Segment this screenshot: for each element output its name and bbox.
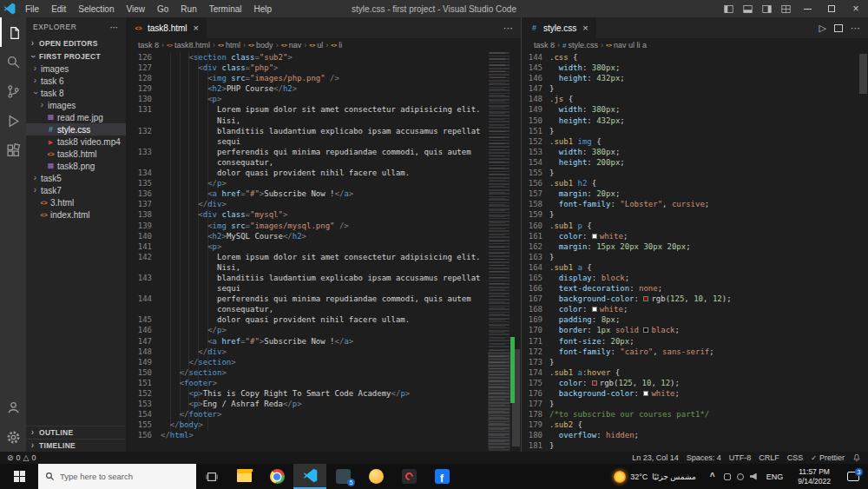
menu-go[interactable]: Go: [151, 4, 174, 14]
tree-item-task8-html[interactable]: <>task8.html: [26, 148, 126, 160]
status-prettier[interactable]: ✓Prettier: [811, 453, 845, 462]
minimap[interactable]: [488, 52, 510, 452]
menu-edit[interactable]: Edit: [45, 4, 72, 14]
code-line-content: color: rgb(125, 10, 12);: [549, 378, 680, 388]
line-number: 165: [522, 273, 542, 283]
file-explorer-icon[interactable]: [227, 464, 260, 489]
breadcrumb-item-task-8[interactable]: task 8: [534, 41, 555, 50]
code-line-content: width: 380px;: [549, 63, 620, 73]
app-icon-with-badge[interactable]: 5: [326, 464, 359, 489]
facebook-icon[interactable]: f: [425, 464, 458, 489]
acrobat-icon[interactable]: [392, 464, 425, 489]
action-center-icon[interactable]: 3: [847, 472, 859, 481]
source-control-icon[interactable]: [0, 76, 26, 106]
more-actions-icon[interactable]: ⋯: [503, 23, 513, 34]
chevron-right-icon: ›: [29, 428, 36, 437]
run-icon[interactable]: ▷: [819, 23, 826, 34]
scrollbar-vertical[interactable]: [858, 52, 868, 452]
tree-item-images[interactable]: ›images: [26, 99, 126, 111]
tray-app-icon[interactable]: [737, 473, 744, 480]
code-editor[interactable]: 144.css {145 width: 380px;146 height: 43…: [522, 52, 858, 452]
outline-section[interactable]: › OUTLINE: [26, 426, 126, 439]
status-css[interactable]: CSS: [787, 453, 804, 462]
close-tab-icon[interactable]: ×: [582, 23, 588, 33]
code-token: 20px: [596, 189, 615, 198]
sidebar-more-actions-icon[interactable]: ⋯: [110, 23, 120, 32]
breadcrumb-item-style-css[interactable]: #style.css: [562, 41, 598, 50]
toggle-panel-icon[interactable]: [738, 0, 757, 17]
toggle-secondary-sidebar-icon[interactable]: [757, 0, 776, 17]
breadcrumb-item-html[interactable]: <>html: [218, 41, 240, 50]
close-tab-icon[interactable]: ×: [194, 23, 199, 33]
menu-run[interactable]: Run: [174, 4, 202, 14]
tree-item-task7[interactable]: ›task7: [26, 184, 126, 196]
account-icon[interactable]: [0, 393, 26, 422]
taskbar-search[interactable]: [38, 464, 196, 489]
menu-help[interactable]: Help: [248, 4, 279, 14]
minimize-button[interactable]: [795, 0, 819, 17]
search-input[interactable]: [60, 472, 173, 481]
notifications-bell-icon[interactable]: [852, 453, 861, 462]
breadcrumb-item-task8-html[interactable]: <>task8.html: [167, 41, 210, 50]
toggle-sidebar-icon[interactable]: [719, 0, 738, 17]
tree-item-task8-png[interactable]: ▦task8.png: [26, 160, 126, 172]
tree-item-index-html[interactable]: <>index.html: [26, 208, 126, 221]
menu-selection[interactable]: Selection: [72, 4, 120, 14]
extensions-icon[interactable]: [0, 135, 26, 165]
tab-style-css[interactable]: # style.css ×: [522, 17, 597, 38]
status-ln-23-col-14[interactable]: Ln 23, Col 14: [632, 453, 679, 462]
scrollbar-thumb[interactable]: [859, 54, 867, 94]
language-indicator[interactable]: ENG: [763, 472, 787, 481]
code-token: >: [287, 53, 292, 62]
status-spaces-4[interactable]: Spaces: 4: [687, 453, 721, 462]
weather-widget[interactable]: 32°C مشمس جزئيًا: [608, 471, 701, 483]
customize-layout-icon[interactable]: [776, 0, 795, 17]
code-token: [161, 389, 189, 398]
tree-item-task-8[interactable]: ›task 8: [26, 87, 126, 99]
volume-icon[interactable]: [750, 473, 757, 480]
start-button[interactable]: [0, 464, 38, 489]
tree-item-task-6[interactable]: ›task 6: [26, 75, 126, 87]
minimap-viewport[interactable]: [488, 352, 510, 449]
explorer-icon[interactable]: [0, 17, 26, 47]
split-editor-icon[interactable]: [834, 24, 843, 32]
tray-app-icon[interactable]: [724, 473, 731, 480]
menu-view[interactable]: View: [121, 4, 152, 14]
maximize-button[interactable]: [819, 0, 844, 17]
hidden-icons-chevron[interactable]: ^: [707, 472, 718, 481]
tree-item-read-me-jpg[interactable]: ▦read me.jpg: [26, 111, 126, 123]
problems-indicator[interactable]: ⊘ 0 △ 0: [7, 453, 36, 462]
timeline-section[interactable]: › TIMELINE: [26, 439, 126, 452]
project-section[interactable]: › FIRST PROJECT: [26, 50, 126, 63]
code-editor[interactable]: 126 <section class="sub2">127 <div class…: [126, 52, 488, 452]
close-button[interactable]: ×: [844, 0, 868, 17]
status-utf-8[interactable]: UTF-8: [729, 453, 752, 462]
run-debug-icon[interactable]: [0, 106, 26, 135]
task-view-icon[interactable]: [196, 464, 227, 489]
tree-item-style-css[interactable]: #style.css: [26, 123, 126, 135]
tree-item-images[interactable]: ›images: [26, 63, 126, 75]
taskbar-clock[interactable]: 11:57 PM 9/14/2022: [792, 467, 836, 486]
tree-item-task8-video-mp4[interactable]: ▶task8 video.mp4: [26, 135, 126, 148]
tab-task8-html[interactable]: <> task8.html ×: [126, 17, 207, 38]
tree-item-task5[interactable]: ›task5: [26, 172, 126, 184]
breadcrumb-item-task-8[interactable]: task 8: [138, 41, 159, 50]
chrome-icon[interactable]: [260, 464, 293, 489]
breadcrumb-item-body[interactable]: <>body: [248, 41, 273, 50]
open-editors-section[interactable]: › OPEN EDITORS: [26, 36, 126, 50]
vscode-taskbar-icon[interactable]: [293, 464, 326, 489]
search-icon[interactable]: [0, 47, 26, 76]
more-actions-icon[interactable]: ⋯: [851, 23, 860, 34]
menu-terminal[interactable]: Terminal: [203, 4, 248, 14]
tree-item-label: task7: [39, 186, 62, 195]
app-icon-gold[interactable]: [359, 464, 392, 489]
breadcrumb-item-li[interactable]: <>li: [331, 41, 342, 50]
scrollbar-vertical[interactable]: [510, 52, 521, 452]
breadcrumb-item-ul[interactable]: <>ul: [309, 41, 323, 50]
breadcrumb-item-nav-ul-li-a[interactable]: <>nav ul li a: [606, 41, 647, 50]
tree-item-3-html[interactable]: <>3.html: [26, 196, 126, 208]
status-crlf[interactable]: CRLF: [759, 453, 779, 462]
settings-gear-icon[interactable]: [0, 422, 26, 452]
breadcrumb-item-nav[interactable]: <>nav: [281, 41, 302, 50]
menu-file[interactable]: File: [19, 4, 45, 14]
